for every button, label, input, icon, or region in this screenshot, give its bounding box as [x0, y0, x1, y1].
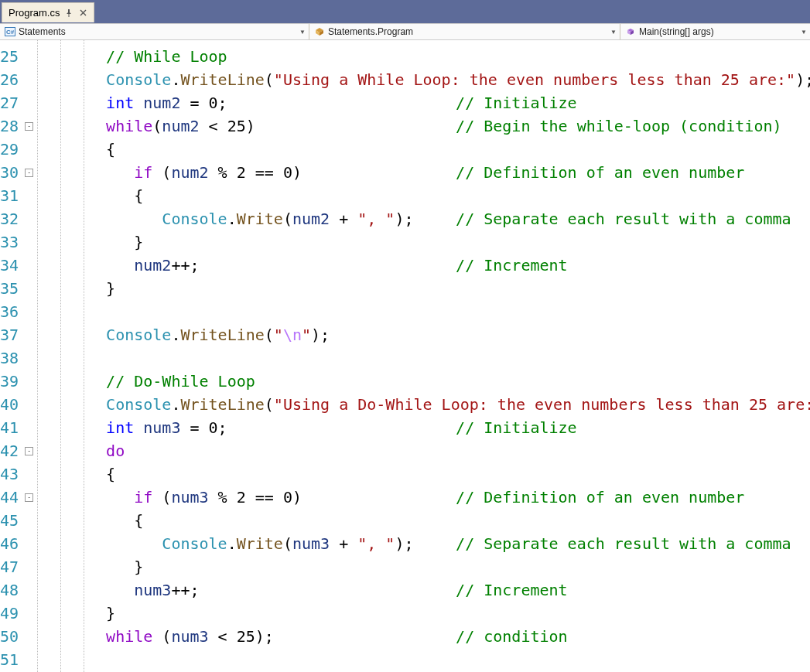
fold-cell	[25, 300, 33, 323]
fold-cell	[25, 509, 33, 532]
code-line[interactable]: while(num2 < 25)// Begin the while-loop …	[106, 114, 810, 138]
line-number: 45	[0, 509, 19, 532]
fold-toggle-icon[interactable]: -	[25, 169, 33, 177]
trailing-comment: // Initialize	[456, 91, 577, 114]
trailing-comment: // Increment	[456, 578, 568, 602]
fold-cell	[25, 462, 33, 486]
line-number-gutter: 2526272829303132333435363738394041424344…	[0, 40, 25, 672]
code-line[interactable]: {	[106, 462, 810, 486]
fold-cell[interactable]: -	[25, 439, 33, 462]
fold-cell[interactable]: -	[25, 161, 33, 184]
scope-method-combo[interactable]: Main(string[] args) ▼	[620, 24, 810, 39]
line-number: 48	[0, 578, 19, 602]
line-number: 29	[0, 138, 19, 161]
fold-cell	[25, 138, 33, 161]
line-number: 44	[0, 486, 19, 509]
code-line[interactable]: // Do-While Loop	[106, 370, 810, 393]
line-number: 51	[0, 648, 19, 671]
fold-toggle-icon[interactable]: -	[25, 493, 33, 502]
line-number: 47	[0, 555, 19, 578]
line-number: 34	[0, 254, 19, 277]
code-line[interactable]: }	[106, 602, 810, 625]
code-line[interactable]: }	[106, 555, 810, 578]
fold-cell[interactable]: -	[25, 486, 33, 509]
line-number: 43	[0, 462, 19, 486]
method-icon	[625, 26, 636, 37]
code-line[interactable]: }	[106, 230, 810, 254]
code-line[interactable]: Console.Write(num2 + ", ");// Separate e…	[106, 207, 810, 230]
code-line[interactable]: int num2 = 0;// Initialize	[106, 91, 810, 114]
scope-class-combo[interactable]: Statements.Program ▼	[309, 24, 620, 39]
fold-cell	[25, 532, 33, 555]
line-number: 40	[0, 393, 19, 416]
code-line[interactable]: Console.WriteLine("\n");	[106, 323, 810, 346]
line-number: 27	[0, 91, 19, 114]
scope-method-label: Main(string[] args)	[639, 26, 714, 37]
code-line[interactable]: Console.Write(num3 + ", ");// Separate e…	[106, 532, 810, 555]
scope-project-combo[interactable]: C# Statements ▼	[0, 24, 309, 39]
fold-toggle-icon[interactable]: -	[25, 122, 33, 131]
line-number: 37	[0, 323, 19, 346]
code-line[interactable]: num2++;// Increment	[106, 254, 810, 277]
line-number: 46	[0, 532, 19, 555]
fold-cell	[25, 91, 33, 114]
navbar: C# Statements ▼ Statements.Program ▼ Mai…	[0, 23, 810, 40]
code-line[interactable]	[106, 648, 810, 671]
fold-cell	[25, 578, 33, 602]
document-tab-strip: Program.cs	[0, 0, 810, 23]
code-line[interactable]: if (num3 % 2 == 0)// Definition of an ev…	[106, 486, 810, 509]
code-line[interactable]: Console.WriteLine("Using a While Loop: t…	[106, 68, 810, 91]
code-line[interactable]	[106, 346, 810, 370]
code-line[interactable]: {	[106, 184, 810, 207]
code-line[interactable]: do	[106, 439, 810, 462]
line-number: 39	[0, 370, 19, 393]
line-number: 38	[0, 346, 19, 370]
document-tab[interactable]: Program.cs	[2, 2, 94, 22]
fold-cell	[25, 184, 33, 207]
code-line[interactable]: while (num3 < 25);// condition	[106, 625, 810, 648]
fold-cell	[25, 277, 33, 300]
code-line[interactable]	[106, 300, 810, 323]
code-line[interactable]: {	[106, 509, 810, 532]
fold-cell	[25, 45, 33, 68]
code-line[interactable]: int num3 = 0;// Initialize	[106, 416, 810, 439]
fold-cell	[25, 207, 33, 230]
line-number: 49	[0, 602, 19, 625]
line-number: 26	[0, 68, 19, 91]
line-number: 50	[0, 625, 19, 648]
fold-cell	[25, 602, 33, 625]
code-editor[interactable]: 2526272829303132333435363738394041424344…	[0, 40, 810, 672]
chevron-down-icon: ▼	[299, 29, 306, 36]
fold-cell	[25, 416, 33, 439]
fold-cell	[25, 230, 33, 254]
code-content[interactable]: // While LoopConsole.WriteLine("Using a …	[106, 40, 810, 672]
line-number: 36	[0, 300, 19, 323]
line-number: 30	[0, 161, 19, 184]
trailing-comment: // Increment	[456, 254, 568, 277]
trailing-comment: // condition	[456, 625, 568, 648]
code-line[interactable]: Console.WriteLine("Using a Do-While Loop…	[106, 393, 810, 416]
close-icon[interactable]	[78, 9, 87, 18]
fold-cell	[25, 625, 33, 648]
scope-class-label: Statements.Program	[328, 26, 413, 37]
line-number: 42	[0, 439, 19, 462]
indent-guides	[33, 40, 106, 672]
class-icon	[314, 26, 325, 37]
chevron-down-icon: ▼	[610, 29, 617, 36]
line-number: 32	[0, 207, 19, 230]
fold-cell[interactable]: -	[25, 114, 33, 138]
fold-cell	[25, 555, 33, 578]
scope-project-label: Statements	[19, 26, 66, 37]
line-number: 28	[0, 114, 19, 138]
code-line[interactable]: num3++;// Increment	[106, 578, 810, 602]
code-line[interactable]: if (num2 % 2 == 0)// Definition of an ev…	[106, 161, 810, 184]
chevron-down-icon: ▼	[801, 29, 807, 36]
fold-cell	[25, 254, 33, 277]
code-line[interactable]: {	[106, 138, 810, 161]
fold-toggle-icon[interactable]: -	[25, 447, 33, 455]
fold-column[interactable]: ----	[25, 40, 33, 672]
code-line[interactable]: }	[106, 277, 810, 300]
trailing-comment: // Separate each result with a comma	[456, 207, 791, 230]
code-line[interactable]: // While Loop	[106, 45, 810, 68]
pin-icon[interactable]	[64, 9, 73, 18]
